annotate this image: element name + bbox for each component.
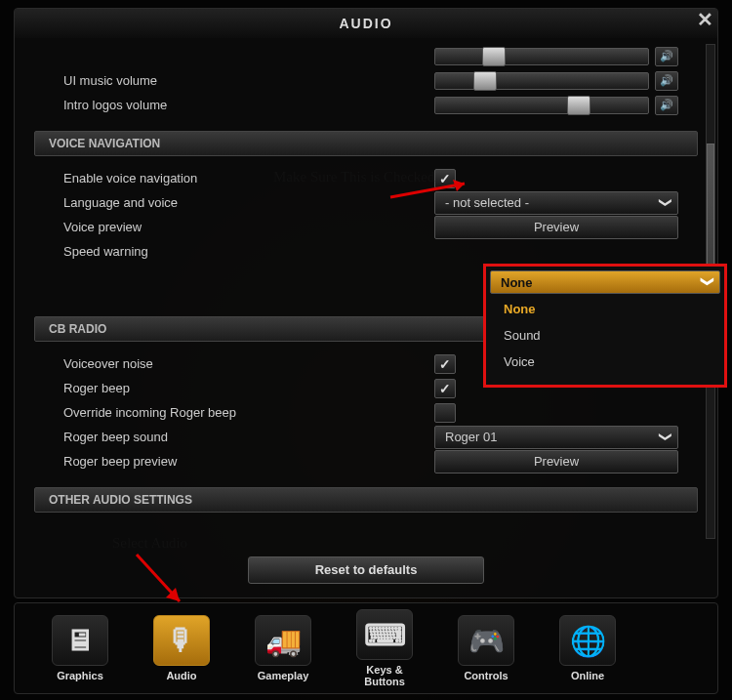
row-roger-preview: Roger beep preview Preview	[15, 449, 717, 474]
wheel-icon: 🎮	[458, 615, 514, 666]
section-voice-navigation: VOICE NAVIGATION	[34, 131, 698, 156]
truck-icon: 🚚	[255, 615, 311, 666]
row-cut-off: 🔊	[15, 44, 717, 68]
chevron-down-icon: ❯	[701, 276, 715, 287]
label-override-roger: Override incoming Roger beep	[63, 405, 434, 420]
dropdown-roger-sound[interactable]: Roger 01 ❯	[434, 426, 678, 449]
section-other-audio: OTHER AUDIO SETTINGS	[34, 487, 698, 513]
chevron-down-icon: ❯	[659, 197, 673, 208]
close-button[interactable]: ✕	[692, 7, 719, 34]
label-roger-sound: Roger beep sound	[63, 430, 434, 444]
row-voice-preview: Voice preview Preview	[15, 215, 717, 239]
panel-title-bar: AUDIO ✕	[15, 9, 717, 38]
dropdown-language-voice[interactable]: - not selected - ❯	[434, 191, 678, 215]
nav-gameplay[interactable]: 🚚 Gameplay	[247, 615, 319, 681]
dropdown-speed-warning-open: None ❯ None Sound Voice	[483, 264, 727, 388]
row-intro-logos: Intro logos volume 🔊	[15, 93, 717, 117]
slider-intro-logos[interactable]	[434, 97, 649, 114]
row-ui-music: UI music volume 🔊	[15, 68, 717, 93]
option-none[interactable]: None	[490, 296, 720, 322]
slider-cutoff[interactable]	[434, 48, 649, 65]
label-voice-preview: Voice preview	[63, 220, 434, 234]
mute-button[interactable]: 🔊	[655, 47, 678, 66]
microphone-icon: 🎙	[153, 615, 210, 666]
option-voice[interactable]: Voice	[490, 349, 720, 375]
slider-ui-music[interactable]	[434, 72, 649, 90]
row-language-voice: Language and voice - not selected - ❯	[15, 190, 717, 215]
settings-panel: AUDIO ✕ 🔊 UI music volume 🔊 Intro logos …	[14, 8, 718, 598]
bottom-nav: 🖥 Graphics 🎙 Audio 🚚 Gameplay ⌨ Keys & B…	[14, 602, 718, 694]
row-roger-sound: Roger beep sound Roger 01 ❯	[15, 425, 717, 449]
monitor-icon: 🖥	[52, 615, 108, 666]
label-intro-logos: Intro logos volume	[63, 98, 434, 112]
label-speed-warning: Speed warning	[63, 244, 434, 259]
label-enable-voice-nav: Enable voice navigation	[63, 171, 434, 185]
checkbox-override-roger[interactable]	[434, 403, 456, 423]
label-voiceover-noise: Voiceover noise	[63, 356, 434, 371]
row-override-roger: Override incoming Roger beep	[15, 400, 717, 425]
keyboard-icon: ⌨	[356, 609, 413, 660]
nav-audio[interactable]: 🎙 Audio	[145, 615, 218, 681]
button-roger-preview[interactable]: Preview	[434, 450, 678, 474]
button-voice-preview[interactable]: Preview	[434, 216, 678, 239]
nav-keys-buttons[interactable]: ⌨ Keys & Buttons	[348, 609, 421, 687]
reset-defaults-button[interactable]: Reset to defaults	[248, 556, 484, 584]
nav-online[interactable]: 🌐 Online	[551, 615, 624, 681]
dropdown-speed-warning[interactable]: None ❯	[490, 270, 720, 294]
globe-icon: 🌐	[559, 615, 616, 666]
checkbox-voiceover-noise[interactable]: ✓	[434, 354, 456, 374]
checkbox-roger-beep[interactable]: ✓	[434, 379, 456, 398]
label-roger-beep: Roger beep	[63, 381, 434, 395]
chevron-down-icon: ❯	[659, 432, 673, 442]
label-roger-preview: Roger beep preview	[63, 454, 434, 469]
nav-graphics[interactable]: 🖥 Graphics	[44, 615, 116, 681]
mute-button[interactable]: 🔊	[655, 96, 678, 115]
nav-controls[interactable]: 🎮 Controls	[450, 615, 522, 681]
checkbox-enable-voice-nav[interactable]: ✓	[434, 169, 456, 188]
mute-button[interactable]: 🔊	[655, 71, 678, 91]
reset-row: Reset to defaults	[15, 556, 717, 584]
label-ui-music: UI music volume	[63, 73, 434, 88]
label-language-voice: Language and voice	[63, 195, 434, 210]
panel-title: AUDIO	[339, 16, 392, 31]
row-speed-warning: Speed warning	[15, 239, 717, 264]
option-sound[interactable]: Sound	[490, 322, 720, 349]
row-enable-voice-nav: Enable voice navigation ✓	[15, 166, 717, 190]
